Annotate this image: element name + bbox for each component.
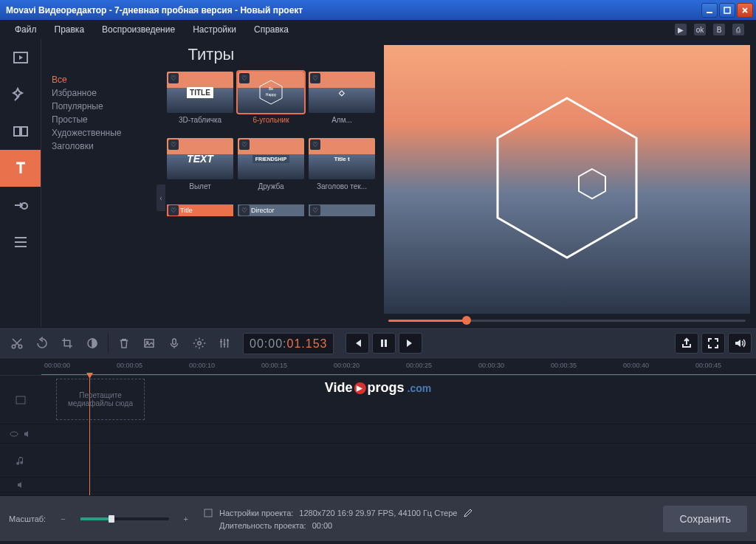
zoom-slider[interactable] bbox=[80, 517, 169, 520]
menu-file[interactable]: Файл bbox=[6, 21, 46, 38]
svg-text:Happy: Happy bbox=[266, 92, 277, 97]
trash-icon[interactable] bbox=[111, 331, 137, 356]
pause-button[interactable] bbox=[372, 333, 396, 354]
social-icons: ▶ ok B ⎙ bbox=[675, 24, 750, 35]
timeline-ruler[interactable]: 00:00:00 00:00:05 00:00:10 00:00:15 00:0… bbox=[0, 359, 756, 376]
rail-transitions-icon[interactable] bbox=[0, 113, 41, 150]
category-item[interactable]: Заголовки bbox=[52, 140, 162, 153]
eye-icon[interactable] bbox=[10, 430, 18, 438]
category-item[interactable]: Простые bbox=[52, 113, 162, 126]
category-item[interactable]: Все bbox=[52, 73, 162, 86]
favorite-icon[interactable]: ♡ bbox=[310, 205, 320, 216]
favorite-icon[interactable]: ♡ bbox=[239, 205, 250, 216]
svg-marker-9 bbox=[579, 169, 605, 199]
panel-title: Титры bbox=[41, 39, 381, 69]
title-thumb[interactable]: ♡TEXT Вылет bbox=[167, 138, 233, 200]
color-icon[interactable] bbox=[80, 331, 105, 356]
tracks: Vide▶progs.com Перетащите медиафайлы сюд… bbox=[0, 376, 756, 495]
mic-icon[interactable] bbox=[162, 331, 187, 356]
category-list: Все Избранное Популярные Простые Художес… bbox=[41, 69, 165, 327]
favorite-icon[interactable]: ♡ bbox=[239, 140, 250, 150]
prev-frame-button[interactable] bbox=[346, 333, 369, 354]
title-thumb[interactable]: ♡Title t Заголово тек... bbox=[309, 138, 375, 200]
project-duration-value: 00:00 bbox=[312, 521, 333, 530]
category-item[interactable]: Художественные bbox=[52, 126, 162, 140]
rail-filters-icon[interactable] bbox=[0, 76, 41, 113]
svg-rect-21 bbox=[205, 509, 212, 517]
svg-point-16 bbox=[198, 342, 202, 345]
rail-more-icon[interactable] bbox=[0, 224, 41, 261]
category-item[interactable]: Избранное bbox=[52, 86, 162, 100]
film-icon bbox=[15, 394, 27, 406]
minimize-button[interactable] bbox=[701, 3, 718, 18]
drop-zone[interactable]: Перетащите медиафайлы сюда bbox=[56, 379, 145, 420]
svg-text:Be: Be bbox=[269, 86, 273, 91]
speaker-icon[interactable] bbox=[16, 481, 25, 489]
menubar: Файл Правка Воспроизведение Настройки Сп… bbox=[0, 20, 756, 39]
svg-rect-15 bbox=[173, 339, 176, 345]
menu-playback[interactable]: Воспроизведение bbox=[93, 21, 184, 38]
status-bar: Масштаб: − + Настройки проекта: 1280x720… bbox=[0, 495, 756, 541]
equalizer-icon[interactable] bbox=[212, 331, 237, 356]
rail-callouts-icon[interactable] bbox=[0, 187, 41, 224]
favorite-icon[interactable]: ♡ bbox=[168, 140, 179, 150]
project-settings-label: Настройки проекта: bbox=[219, 509, 293, 517]
zoom-out-icon[interactable]: − bbox=[61, 514, 65, 523]
favorite-icon[interactable]: ♡ bbox=[239, 73, 250, 83]
favorite-icon[interactable]: ♡ bbox=[310, 73, 320, 83]
save-button[interactable]: Сохранить bbox=[663, 506, 747, 532]
cut-icon[interactable] bbox=[4, 331, 30, 356]
svg-rect-3 bbox=[14, 127, 20, 136]
vk-icon[interactable]: B bbox=[713, 24, 725, 35]
crop-icon[interactable] bbox=[55, 331, 80, 356]
title-thumb[interactable]: ♡FRIENDSHIP Дружба bbox=[238, 138, 304, 200]
export-icon[interactable] bbox=[675, 333, 698, 354]
title-thumb[interactable]: ♡BeHappy 6-угольник bbox=[238, 72, 304, 134]
fullscreen-icon[interactable] bbox=[701, 333, 725, 354]
mute-track[interactable] bbox=[0, 478, 756, 492]
title-thumbnails: ♡TITLE 3D-табличка ♡BeHappy 6-угольник ♡… bbox=[165, 69, 381, 327]
menu-help[interactable]: Справка bbox=[245, 21, 298, 38]
audio-track[interactable] bbox=[0, 444, 756, 478]
link-track[interactable] bbox=[0, 424, 756, 444]
pencil-icon[interactable] bbox=[463, 508, 473, 518]
window-titlebar: Movavi Видеоредактор - 7-дневная пробная… bbox=[0, 0, 756, 20]
title-thumb[interactable]: ♡TITLE 3D-табличка bbox=[167, 72, 233, 134]
category-item[interactable]: Популярные bbox=[52, 100, 162, 113]
image-icon[interactable] bbox=[137, 331, 162, 356]
editor-toolbar: 00:00:01.153 bbox=[0, 327, 756, 359]
left-rail bbox=[0, 39, 41, 327]
collapse-handle[interactable]: ‹ bbox=[157, 185, 165, 211]
favorite-icon[interactable]: ♡ bbox=[310, 140, 320, 150]
favorite-icon[interactable]: ♡ bbox=[168, 73, 179, 83]
title-thumb[interactable]: ♡Director bbox=[238, 204, 304, 216]
zoom-label: Масштаб: bbox=[9, 514, 46, 523]
svg-rect-4 bbox=[21, 127, 27, 136]
menu-settings[interactable]: Настройки bbox=[184, 21, 245, 38]
next-frame-button[interactable] bbox=[399, 333, 422, 354]
film-settings-icon bbox=[203, 508, 213, 518]
close-button[interactable] bbox=[737, 3, 753, 18]
scrubber-knob[interactable] bbox=[462, 316, 471, 325]
window-title: Movavi Видеоредактор - 7-дневная пробная… bbox=[3, 5, 700, 16]
title-thumb[interactable]: ♡Title bbox=[167, 204, 233, 216]
menu-edit[interactable]: Правка bbox=[46, 21, 94, 38]
youtube-icon[interactable]: ▶ bbox=[675, 24, 687, 35]
gear-icon[interactable] bbox=[187, 331, 212, 356]
volume-icon[interactable] bbox=[728, 333, 752, 354]
rail-media-icon[interactable] bbox=[0, 39, 41, 76]
preview-scrubber[interactable] bbox=[384, 314, 750, 327]
rotate-icon[interactable] bbox=[30, 331, 55, 356]
zoom-in-icon[interactable]: + bbox=[184, 514, 188, 523]
svg-point-20 bbox=[10, 432, 18, 436]
favorite-icon[interactable]: ♡ bbox=[168, 205, 179, 216]
title-thumb[interactable]: ♡ bbox=[309, 204, 375, 216]
maximize-button[interactable] bbox=[719, 3, 735, 18]
music-icon bbox=[16, 455, 26, 466]
title-thumb[interactable]: ♡◇ Алм... bbox=[309, 72, 375, 134]
share-icon[interactable]: ⎙ bbox=[732, 24, 744, 35]
speaker-icon[interactable] bbox=[23, 430, 32, 438]
ok-icon[interactable]: ok bbox=[694, 24, 706, 35]
rail-titles-icon[interactable] bbox=[0, 150, 41, 187]
project-settings-value: 1280x720 16:9 29.97 FPS, 44100 Гц Стере bbox=[299, 509, 457, 517]
